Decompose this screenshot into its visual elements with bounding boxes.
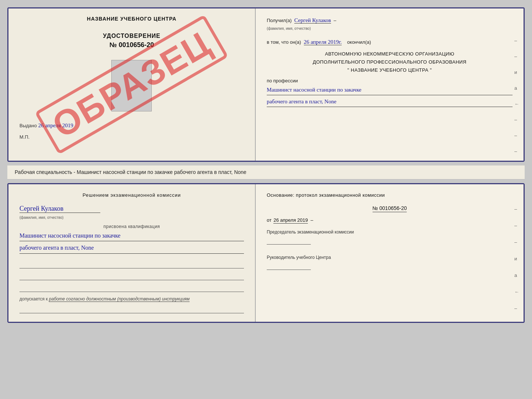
person-name: Сергей Кулаков — [19, 205, 100, 213]
mp-label: М.П. — [19, 134, 29, 140]
protocol-number-block: № 0010656-20 — [267, 205, 513, 214]
recipient-sublabel: (фамилия, имя, отчество) — [267, 26, 311, 31]
date-value: 26 апреля 2019г. — [304, 39, 342, 45]
commission-title: Решением экзаменационной комиссии — [19, 192, 244, 199]
org-block: АВТОНОМНУЮ НЕКОММЕРЧЕСКУЮ ОРГАНИЗАЦИЮ ДО… — [267, 50, 513, 74]
received-label: Получил(а) — [267, 18, 292, 23]
protocol-number: № 0010656-20 — [373, 205, 407, 212]
person-sublabel: (фамилия, имя, отчество) — [19, 215, 64, 220]
sig-line-4 — [19, 306, 244, 313]
org-line2: ДОПОЛНИТЕЛЬНОГО ПРОФЕССИОНАЛЬНОГО ОБРАЗО… — [267, 58, 513, 66]
org-name: " НАЗВАНИЕ УЧЕБНОГО ЦЕНТРА " — [267, 66, 513, 74]
head-label: Руководитель учебного Центра — [267, 254, 513, 261]
protocol-date-prefix: от — [267, 217, 272, 223]
sig-line-2 — [19, 273, 244, 280]
qual-line2: рабочего агента в пласт, None — [19, 243, 244, 254]
protocol-date: 26 апреля 2019 — [273, 217, 308, 224]
cert-number: № 0010656-20 — [109, 41, 154, 49]
chairman-block: Председатель экзаменационной комиссии — [267, 229, 513, 247]
page-wrapper: НАЗВАНИЕ УЧЕБНОГО ЦЕНТРА УДОСТОВЕРЕНИЕ №… — [7, 7, 525, 323]
top-doc-left: НАЗВАНИЕ УЧЕБНОГО ЦЕНТРА УДОСТОВЕРЕНИЕ №… — [8, 8, 256, 161]
qual-line1: Машинист насосной станции по закачке — [19, 231, 244, 242]
assigned-label: присвоена квалификация — [19, 224, 244, 229]
org-line1: АВТОНОМНУЮ НЕКОММЕРЧЕСКУЮ ОРГАНИЗАЦИЮ — [267, 50, 513, 58]
photo-placeholder — [111, 60, 152, 111]
dash-separator: – — [334, 18, 336, 23]
issued-label: Выдано — [19, 123, 37, 128]
sig-line-3 — [19, 285, 244, 292]
person-name-block: Сергей Кулаков (фамилия, имя, отчество) — [19, 205, 244, 220]
admitted-block: допускается к работе согласно должностны… — [19, 296, 244, 302]
top-center-title: НАЗВАНИЕ УЧЕБНОГО ЦЕНТРА — [87, 16, 177, 22]
sig-line-1 — [19, 261, 244, 268]
date-line: в том, что он(а) 26 апреля 2019г. окончи… — [267, 38, 513, 46]
top-doc-right: Получил(а) Сергей Кулаков – (фамилия, им… — [256, 8, 524, 161]
chairman-label: Председатель экзаменационной комиссии — [267, 229, 513, 236]
admitted-value: работе согласно должностным (производств… — [49, 296, 190, 302]
basis-title: Основание: протокол экзаменационной коми… — [267, 192, 513, 199]
profession-line1: Машинист насосной станции по закачке — [267, 85, 513, 95]
date-label: в том, что он(а) — [267, 39, 301, 45]
head-block: Руководитель учебного Центра — [267, 254, 513, 272]
admitted-label: допускается к — [19, 296, 48, 302]
right-dashes-bottom: – – – и а ← – – – – — [514, 206, 519, 323]
description-line: Рабочая специальность - Машинист насосно… — [7, 165, 525, 179]
bottom-doc-left: Решением экзаменационной комиссии Сергей… — [8, 184, 256, 322]
protocol-date-block: от 26 апреля 2019 – — [267, 217, 513, 223]
profession-line2: рабочего агента в пласт, None — [267, 97, 513, 107]
finished-label: окончил(а) — [347, 39, 371, 45]
head-sig — [267, 263, 311, 270]
issued-date: 26 апреля 2019 — [38, 122, 73, 128]
recipient-name: Сергей Кулаков — [294, 17, 331, 24]
bottom-doc-right: Основание: протокол экзаменационной коми… — [256, 184, 524, 322]
bottom-document: Решением экзаменационной комиссии Сергей… — [7, 183, 525, 323]
received-line: Получил(а) Сергей Кулаков – (фамилия, им… — [267, 16, 513, 32]
right-dashes-top: – – и а ← – – – — [514, 38, 519, 154]
top-document: НАЗВАНИЕ УЧЕБНОГО ЦЕНТРА УДОСТОВЕРЕНИЕ №… — [7, 7, 525, 162]
signature-lines — [19, 261, 244, 292]
profession-label: по профессии — [267, 78, 513, 83]
issued-line: Выдано 26 апреля 2019 — [19, 122, 244, 129]
chairman-sig — [267, 238, 311, 245]
cert-title: УДОСТОВЕРЕНИЕ — [103, 33, 160, 39]
